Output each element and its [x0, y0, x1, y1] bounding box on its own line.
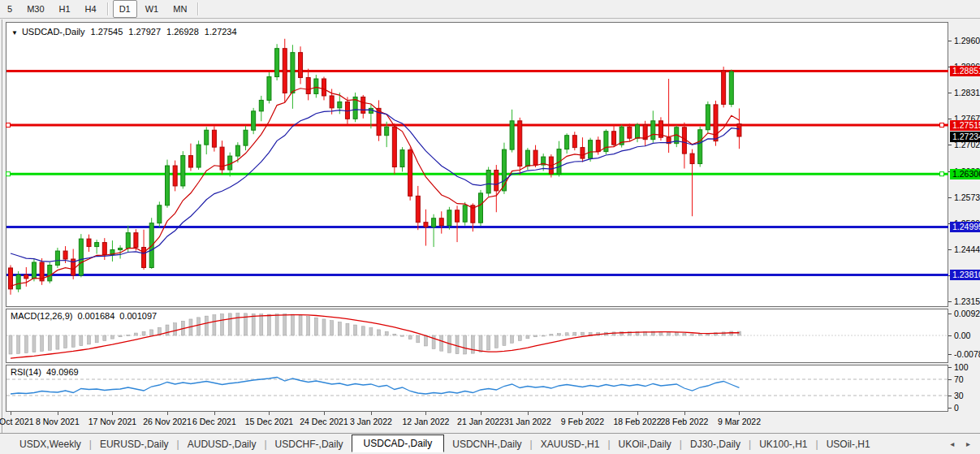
price-tick-dash [948, 197, 952, 198]
time-label: 8 Nov 2021 [36, 417, 80, 426]
rsi-axis-label: 0 [954, 403, 959, 413]
chart-tab-audusd-[interactable]: AUDUSD-,Daily [179, 436, 265, 452]
time-label: 12 Jan 2022 [403, 417, 450, 426]
chart-tab-usoil-[interactable]: USOil-,H1 [818, 436, 879, 452]
chevron-down-icon[interactable]: ▼ [11, 29, 18, 37]
time-axis[interactable]: 29 Oct 20218 Nov 202117 Nov 202126 Nov 2… [6, 412, 948, 433]
timeframe-button-h1[interactable]: H1 [53, 0, 77, 18]
time-label: 24 Dec 2021 [300, 417, 348, 426]
rsi-axis-label-dash [948, 396, 952, 396]
chart-tab-usdcad-[interactable]: USDCAD-,Daily [352, 435, 445, 452]
toolbar-separator [107, 2, 109, 15]
time-tick [481, 412, 481, 415]
chart-tab-bar: USDX,Weekly|EURUSD-,Daily|AUDUSD-,Daily|… [0, 433, 980, 454]
timeframe-button-m30[interactable]: M30 [20, 0, 50, 18]
price-tick-dash [948, 41, 952, 41]
timeframe-button-mn[interactable]: MN [166, 0, 193, 18]
chart-tab-usdx[interactable]: USDX,Weekly [11, 436, 89, 452]
rsi-axis-label-dash [948, 367, 952, 368]
ohlc-close: 1.27234 [205, 27, 237, 37]
time-tick [112, 412, 113, 415]
mt4-terminal-window: 5M30H1H4D1W1MN ▼USDCAD-,Daily1.275451.27… [0, 0, 980, 454]
time-tick [582, 412, 583, 415]
macd-axis-label: 0.00 [954, 331, 970, 340]
chart-tab-ukoil-[interactable]: UKOil-,Daily [611, 436, 680, 452]
price-chart-panel[interactable] [6, 22, 948, 307]
time-label: 31 Jan 2022 [504, 417, 551, 426]
time-tick [324, 412, 325, 415]
price-tick-dash [948, 301, 952, 302]
time-label: 26 Nov 2021 [143, 417, 192, 426]
chart-tab-dj30-[interactable]: DJ30-,Daily [682, 436, 749, 452]
time-tick [637, 412, 638, 415]
rsi-axis-label-dash [948, 408, 952, 409]
time-tick [214, 412, 215, 415]
time-label: 9 Mar 2022 [718, 417, 761, 426]
ohlc-high: 1.27927 [128, 27, 161, 37]
time-label: 6 Dec 2021 [192, 417, 236, 426]
price-axis[interactable]: 1.296051.289601.283151.276701.270251.263… [948, 22, 980, 412]
chart-symbol-label: USDCAD-,Daily [22, 27, 85, 37]
tab-scroll-arrows[interactable]: ◂ ▸ [950, 439, 975, 448]
chart-tab-usdchf-[interactable]: USDCHF-,Daily [267, 436, 352, 452]
time-label: 21 Jan 2022 [457, 417, 504, 426]
macd-label: MACD(12,26,9)0.0016840.001097 [11, 311, 157, 321]
price-tick: 1.25735 [954, 192, 980, 202]
chart-title: ▼USDCAD-,Daily1.275451.279271.269281.272… [11, 27, 237, 37]
chart-tab-uk100-[interactable]: UK100-,H1 [751, 436, 815, 452]
time-tick [371, 412, 372, 415]
rsi-axis-label-dash [948, 379, 952, 380]
chart-tab-usdcnh-[interactable]: USDCNH-,Daily [444, 436, 529, 452]
rsi-name: RSI(14) [11, 367, 41, 377]
price-tick-dash [948, 145, 952, 145]
price-badge: 1.27234 [950, 132, 980, 142]
toolbar-separator [197, 2, 199, 15]
time-label: 29 Oct 2021 [0, 417, 34, 426]
price-badge: 1.23810 [950, 270, 980, 280]
price-badge: 1.28851 [950, 66, 980, 76]
time-label: 28 Feb 2022 [660, 417, 708, 426]
timeframe-button-d1[interactable]: D1 [113, 0, 137, 18]
time-label: 18 Feb 2022 [614, 417, 662, 426]
macd-axis-label-dash [948, 335, 952, 336]
rsi-axis-label: 100 [954, 362, 969, 372]
chart-tab-xauusd-[interactable]: XAUUSD-,H1 [533, 436, 608, 452]
price-badge: 1.27515 [950, 120, 980, 131]
price-badge: 1.26306 [950, 169, 980, 179]
time-tick [739, 412, 740, 415]
price-tick: 1.23155 [954, 296, 980, 306]
price-tick-dash [948, 249, 952, 250]
left-divider-highlight [2, 19, 3, 452]
price-tick: 1.29605 [954, 36, 980, 45]
time-tick [425, 412, 426, 415]
price-tick-dash [948, 93, 952, 93]
time-label: 3 Jan 2022 [350, 417, 392, 426]
time-tick [11, 412, 11, 415]
rsi-label: RSI(14)49.0969 [11, 367, 79, 377]
timeframe-button-h4[interactable]: H4 [79, 0, 103, 18]
timeframe-button-5[interactable]: 5 [1, 0, 19, 18]
macd-axis-label-dash [948, 354, 952, 355]
macd-main-value: 0.001684 [77, 311, 114, 321]
chart-tab-eurusd-[interactable]: EURUSD-,Daily [92, 436, 177, 452]
macd-axis-label: 0.009293 [954, 309, 980, 318]
price-tick: 1.24445 [954, 244, 980, 254]
time-label: 17 Nov 2021 [89, 417, 137, 426]
time-tick [167, 412, 168, 415]
macd-axis-label-dash [948, 313, 952, 314]
time-tick [684, 412, 685, 415]
price-badge: 1.24995 [950, 222, 980, 232]
macd-signal-value: 0.001097 [119, 311, 157, 321]
price-tick: 1.28315 [954, 88, 980, 97]
time-label: 9 Feb 2022 [561, 417, 604, 426]
rsi-value: 49.0969 [46, 367, 79, 377]
rsi-panel[interactable] [6, 365, 948, 412]
macd-name: MACD(12,26,9) [11, 311, 72, 321]
timeframe-button-w1[interactable]: W1 [139, 0, 166, 18]
rsi-axis-label: 30 [954, 391, 964, 400]
timeframe-toolbar: 5M30H1H4D1W1MN [0, 0, 980, 19]
rsi-axis-label: 70 [954, 374, 964, 384]
time-tick [58, 412, 58, 415]
time-tick [528, 412, 529, 415]
time-label: 15 Dec 2021 [245, 417, 294, 426]
